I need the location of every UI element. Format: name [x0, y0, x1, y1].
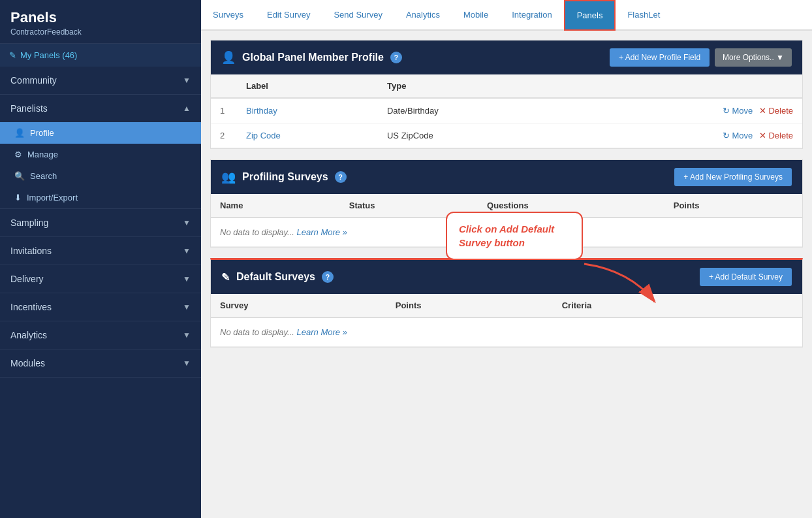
- row1-delete-button[interactable]: ✕ Delete: [759, 106, 793, 116]
- top-tabs: Surveys Edit Survey Send Survey Analytic…: [201, 0, 812, 31]
- row1-num: 1: [211, 98, 237, 123]
- tab-send-survey[interactable]: Send Survey: [322, 0, 394, 31]
- delivery-arrow: ▼: [183, 274, 191, 283]
- callout-arrow: [578, 257, 663, 312]
- delivery-label: Delivery: [10, 274, 44, 284]
- nav-group-community-header[interactable]: Community ▼: [0, 67, 201, 94]
- analytics-arrow: ▼: [183, 331, 191, 340]
- tab-analytics[interactable]: Analytics: [394, 0, 452, 31]
- birthday-link[interactable]: Birthday: [246, 106, 277, 116]
- profiling-surveys-body: Name Status Questions Points No data to …: [211, 194, 802, 247]
- row2-delete-button[interactable]: ✕ Delete: [759, 131, 793, 140]
- tab-edit-survey[interactable]: Edit Survey: [255, 0, 322, 31]
- profiling-surveys-table: Name Status Questions Points No data to …: [211, 194, 802, 247]
- tab-surveys[interactable]: Surveys: [201, 0, 255, 31]
- row2-move-button[interactable]: ↻ Move: [723, 131, 753, 140]
- profiling-surveys-actions: + Add New Profiling Surveys: [674, 168, 792, 186]
- default-surveys-section: ✎ Default Surveys ? + Add Default Survey…: [210, 258, 803, 348]
- row1-actions: ↻ Move ✕ Delete: [565, 98, 802, 123]
- profiling-surveys-title-area: 👥 Profiling Surveys ?: [221, 170, 347, 184]
- default-surveys-header: ✎ Default Surveys ? + Add Default Survey: [211, 260, 802, 294]
- sidebar-subtitle: ContractorFeedback: [10, 27, 191, 37]
- my-panels-link[interactable]: ✎ My Panels (46): [9, 50, 192, 60]
- global-panel-title-area: 👤 Global Panel Member Profile ?: [221, 50, 402, 65]
- more-options-button[interactable]: More Options.. ▼: [715, 48, 792, 67]
- nav-group-delivery-header[interactable]: Delivery ▼: [0, 265, 201, 293]
- panelists-label: Panelists: [10, 103, 48, 114]
- profiling-surveys-no-data: No data to display... Learn More » Click…: [211, 218, 802, 247]
- profiling-surveys-title: Profiling Surveys: [242, 171, 328, 183]
- row1-label: Birthday: [237, 98, 378, 123]
- col-num: [211, 74, 237, 98]
- sidebar-item-import-export[interactable]: ⬇ Import/Export: [0, 187, 201, 208]
- add-new-profile-field-button[interactable]: + Add New Profile Field: [610, 48, 710, 67]
- global-panel-title: Global Panel Member Profile: [242, 52, 384, 63]
- sidebar-item-manage[interactable]: ⚙ Manage: [0, 144, 201, 165]
- import-export-label: Import/Export: [27, 193, 78, 202]
- panelists-arrow: ▲: [183, 104, 191, 113]
- ps-col-points: Points: [664, 194, 802, 218]
- default-surveys-body: Survey Points Criteria No data to displa…: [211, 294, 802, 347]
- row2-actions: ↻ Move ✕ Delete: [565, 123, 802, 148]
- nav-group-sampling-header[interactable]: Sampling ▼: [0, 209, 201, 236]
- person-icon: 👤: [221, 50, 236, 65]
- sampling-label: Sampling: [10, 218, 48, 228]
- zipcode-link[interactable]: Zip Code: [246, 131, 281, 140]
- global-panel-section: 👤 Global Panel Member Profile ? + Add Ne…: [210, 40, 803, 149]
- nav-group-delivery: Delivery ▼: [0, 265, 201, 293]
- nav-group-panelists: Panelists ▲ 👤 Profile ⚙ Manage 🔍 Search …: [0, 95, 201, 209]
- tab-integration[interactable]: Integration: [500, 0, 563, 31]
- default-surveys-learn-more[interactable]: Learn More »: [297, 327, 347, 337]
- row1-type: Date/Birthday: [378, 98, 565, 123]
- nav-group-incentives: Incentives ▼: [0, 293, 201, 321]
- nav-group-panelists-header[interactable]: Panelists ▲: [0, 95, 201, 122]
- default-surveys-table: Survey Points Criteria No data to displa…: [211, 294, 802, 347]
- sidebar-item-profile[interactable]: 👤 Profile: [0, 122, 201, 144]
- profiling-surveys-section: 👥 Profiling Surveys ? + Add New Profilin…: [210, 159, 803, 248]
- nav-group-modules-header[interactable]: Modules ▼: [0, 349, 201, 377]
- row1-move-button[interactable]: ↻ Move: [723, 106, 753, 116]
- default-surveys-no-data: No data to display... Learn More »: [211, 317, 802, 347]
- profile-label: Profile: [30, 128, 54, 138]
- profiling-surveys-help-icon[interactable]: ?: [335, 171, 347, 183]
- sidebar-item-search[interactable]: 🔍 Search: [0, 165, 201, 187]
- row2-type: US ZipCode: [378, 123, 565, 148]
- sampling-arrow: ▼: [183, 218, 191, 227]
- global-panel-body: Label Type 1 Birthday Date/Birthday ↻ Mo…: [211, 74, 802, 148]
- callout-text: Click on Add Default Survey button: [459, 223, 554, 248]
- col-type: Type: [378, 74, 565, 98]
- table-row: 1 Birthday Date/Birthday ↻ Move ✕ Delete: [211, 98, 802, 123]
- sidebar-nav: Community ▼ Panelists ▲ 👤 Profile ⚙ Mana…: [0, 67, 201, 518]
- col-actions-header: [565, 74, 802, 98]
- global-panel-help-icon[interactable]: ?: [390, 52, 402, 63]
- default-surveys-title: Default Surveys: [236, 271, 315, 283]
- profiling-surveys-learn-more[interactable]: Learn More »: [297, 227, 347, 237]
- global-panel-header: 👤 Global Panel Member Profile ? + Add Ne…: [211, 40, 802, 74]
- tab-mobile[interactable]: Mobile: [452, 0, 500, 31]
- add-default-survey-button[interactable]: + Add Default Survey: [700, 268, 792, 286]
- invitations-arrow: ▼: [183, 246, 191, 255]
- global-panel-table: Label Type 1 Birthday Date/Birthday ↻ Mo…: [211, 74, 802, 148]
- nav-group-invitations: Invitations ▼: [0, 237, 201, 265]
- manage-label: Manage: [27, 150, 58, 159]
- default-surveys-actions: + Add Default Survey: [700, 268, 792, 286]
- tab-flashlet[interactable]: FlashLet: [616, 0, 672, 31]
- default-surveys-help-icon[interactable]: ?: [322, 271, 334, 283]
- download-icon: ⬇: [14, 193, 22, 202]
- nav-group-modules: Modules ▼: [0, 349, 201, 378]
- nav-group-invitations-header[interactable]: Invitations ▼: [0, 237, 201, 265]
- global-panel-actions: + Add New Profile Field More Options.. ▼: [610, 48, 792, 67]
- sidebar-title: Panels: [10, 9, 191, 26]
- tab-panels[interactable]: Panels: [564, 0, 616, 31]
- nav-group-community: Community ▼: [0, 67, 201, 95]
- profiling-surveys-no-data-row: No data to display... Learn More » Click…: [211, 218, 802, 247]
- row2-label: Zip Code: [237, 123, 378, 148]
- community-label: Community: [10, 75, 57, 86]
- nav-group-incentives-header[interactable]: Incentives ▼: [0, 293, 201, 321]
- nav-group-analytics: Analytics ▼: [0, 321, 201, 349]
- incentives-label: Incentives: [10, 302, 52, 312]
- col-label: Label: [237, 74, 378, 98]
- add-new-profiling-surveys-button[interactable]: + Add New Profiling Surveys: [674, 168, 792, 186]
- nav-group-analytics-header[interactable]: Analytics ▼: [0, 321, 201, 349]
- ds-col-points: Points: [386, 294, 553, 317]
